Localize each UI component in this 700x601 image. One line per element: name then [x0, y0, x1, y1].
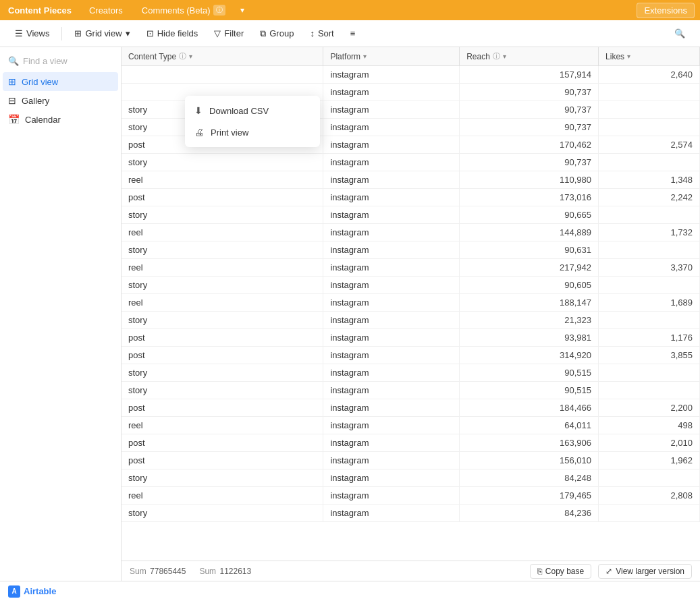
col-header-content-type[interactable]: Content Type ⓘ ▾	[122, 47, 323, 66]
tab-comments[interactable]: Comments (Beta) ⓘ	[132, 0, 235, 20]
cell-platform: instagram	[323, 241, 460, 259]
sidebar-item-gallery[interactable]: ⊟ Gallery	[3, 91, 118, 110]
cell-likes: 1,689	[599, 294, 700, 312]
sort-icon: ▾	[363, 53, 367, 60]
cell-platform: instagram	[323, 382, 460, 399]
cell-reach: 217,942	[460, 259, 599, 277]
footer-actions: ⎘ Copy base ⤢ View larger version	[530, 564, 692, 579]
cell-likes: 2,242	[599, 189, 700, 206]
cell-platform: instagram	[323, 312, 460, 329]
cell-platform: instagram	[323, 294, 460, 312]
col-header-reach[interactable]: Reach ⓘ ▾	[460, 47, 599, 66]
table-row[interactable]: storyinstagram90,515	[122, 382, 700, 399]
hide-fields-button[interactable]: ⊡ Hide fields	[140, 25, 205, 42]
cell-platform: instagram	[323, 259, 460, 277]
cell-likes	[599, 84, 700, 101]
table-row[interactable]: storyinstagram84,248	[122, 469, 700, 487]
cell-likes	[599, 206, 700, 224]
cell-reach: 90,737	[460, 119, 599, 136]
cell-platform: instagram	[323, 434, 460, 452]
table-row[interactable]: reelinstagram179,4652,808	[122, 487, 700, 505]
sum-reach: Sum 77865445	[130, 567, 186, 576]
view-larger-button[interactable]: ⤢ View larger version	[598, 564, 692, 579]
download-csv-item[interactable]: ⬇ Download CSV	[185, 100, 320, 121]
cell-platform: instagram	[323, 84, 460, 101]
table-row[interactable]: postinstagram173,0162,242	[122, 189, 700, 206]
col-header-platform[interactable]: Platform ▾	[323, 47, 460, 66]
sidebar-item-calendar[interactable]: 📅 Calendar	[3, 110, 118, 129]
cell-platform: instagram	[323, 277, 460, 294]
table-row[interactable]: storyinstagram90,665	[122, 206, 700, 224]
table-row[interactable]: reelinstagram64,011498	[122, 417, 700, 434]
airtable-logo: A Airtable	[8, 585, 56, 598]
cell-likes: 1,176	[599, 329, 700, 347]
cell-reach: 314,920	[460, 347, 599, 364]
cell-type: story	[122, 277, 323, 294]
cell-reach: 90,631	[460, 241, 599, 259]
table-row[interactable]: postinstagram314,9203,855	[122, 347, 700, 364]
search-button[interactable]: 🔍	[668, 25, 692, 42]
tab-creators[interactable]: Creators	[80, 0, 132, 20]
table-row[interactable]: storyinstagram84,236	[122, 505, 700, 522]
print-view-item[interactable]: 🖨 Print view	[185, 121, 320, 143]
app-title[interactable]: Content Pieces	[5, 5, 80, 16]
group-button[interactable]: ⧉ Group	[253, 25, 300, 42]
table-row[interactable]: reelinstagram188,1471,689	[122, 294, 700, 312]
cell-platform: instagram	[323, 347, 460, 364]
cell-likes	[599, 101, 700, 119]
cell-likes	[599, 505, 700, 522]
table-row[interactable]: postinstagram156,0101,962	[122, 452, 700, 469]
cell-platform: instagram	[323, 364, 460, 382]
table-row[interactable]: storyinstagram90,737	[122, 154, 700, 171]
cell-type: reel	[122, 259, 323, 277]
cell-type: post	[122, 189, 323, 206]
table-row[interactable]: reelinstagram110,9801,348	[122, 171, 700, 189]
top-nav: Content Pieces Creators Comments (Beta) …	[0, 0, 700, 20]
sidebar-item-grid[interactable]: ⊞ Grid view	[3, 72, 118, 91]
filter-button[interactable]: ▽ Filter	[207, 25, 250, 42]
table-row[interactable]: storyinstagram90,631	[122, 241, 700, 259]
cell-type: story	[122, 469, 323, 487]
table-row[interactable]: instagram157,9142,640	[122, 66, 700, 84]
cell-platform: instagram	[323, 101, 460, 119]
cell-reach: 157,914	[460, 66, 599, 84]
cell-reach: 90,515	[460, 364, 599, 382]
col-header-likes[interactable]: Likes ▾	[599, 47, 700, 66]
toolbar-divider	[61, 27, 62, 40]
table-row[interactable]: postinstagram163,9062,010	[122, 434, 700, 452]
cell-likes: 498	[599, 417, 700, 434]
gallery-icon: ⊟	[8, 95, 16, 106]
copy-base-button[interactable]: ⎘ Copy base	[530, 564, 591, 579]
cell-reach: 170,462	[460, 136, 599, 154]
grid-view-dropdown[interactable]: ▾	[126, 28, 130, 38]
table-row[interactable]: postinstagram184,4662,200	[122, 399, 700, 417]
cell-type: reel	[122, 417, 323, 434]
table-row[interactable]: storyinstagram21,323	[122, 312, 700, 329]
cell-type: story	[122, 364, 323, 382]
find-view-search[interactable]: 🔍 Find a view	[3, 53, 118, 69]
calendar-icon: 📅	[8, 114, 20, 125]
table-row[interactable]: storyinstagram90,605	[122, 277, 700, 294]
table-row[interactable]: storyinstagram90,515	[122, 364, 700, 382]
cell-platform: instagram	[323, 505, 460, 522]
cell-type: story	[122, 505, 323, 522]
cell-likes	[599, 277, 700, 294]
sum-likes: Sum 1122613	[199, 567, 251, 576]
views-toggle[interactable]: ☰ Views	[8, 25, 56, 42]
grid-view-button[interactable]: ⊞ Grid view ▾	[68, 25, 136, 42]
toolbar: ☰ Views ⊞ Grid view ▾ ⊡ Hide fields ▽ Fi…	[0, 20, 700, 47]
cell-reach: 144,889	[460, 224, 599, 241]
table-row[interactable]: postinstagram93,9811,176	[122, 329, 700, 347]
table-row[interactable]: reelinstagram144,8891,732	[122, 224, 700, 241]
cell-platform: instagram	[323, 206, 460, 224]
cell-likes: 1,962	[599, 452, 700, 469]
more-icon: ≡	[350, 28, 356, 38]
cell-platform: instagram	[323, 154, 460, 171]
more-options-button[interactable]: ≡	[344, 25, 362, 42]
cell-type: story	[122, 154, 323, 171]
table-row[interactable]: reelinstagram217,9423,370	[122, 259, 700, 277]
sort-button[interactable]: ↕ Sort	[303, 25, 340, 42]
extensions-button[interactable]: Extensions	[637, 3, 695, 18]
tabs-dropdown[interactable]: ▾	[235, 3, 250, 18]
cell-likes: 1,732	[599, 224, 700, 241]
